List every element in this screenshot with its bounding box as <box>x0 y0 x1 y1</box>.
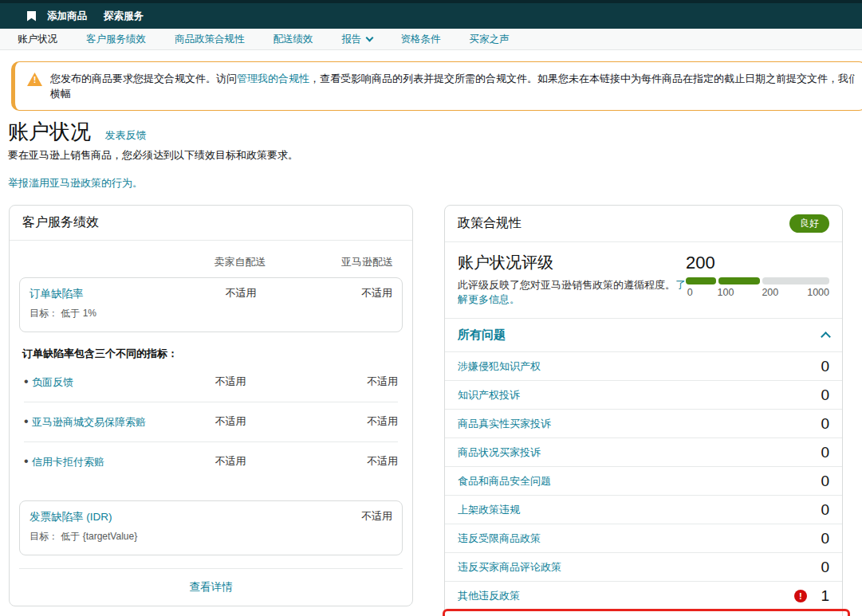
warning-icon: ! <box>27 73 42 86</box>
issue-link[interactable]: 违反受限商品政策 <box>458 532 541 546</box>
view-details-link[interactable]: 查看详情 <box>190 581 233 593</box>
banner-text-post: ，查看受影响商品的列表并提交所需的合规文件。如果您未在本链接中为每件商品在指定的… <box>309 73 855 84</box>
idr-value: 不适用 <box>269 509 392 524</box>
issue-link[interactable]: 违反买家商品评论政策 <box>458 560 561 575</box>
issue-count-wrap: 0 <box>813 386 829 404</box>
odr-target: 目标： 低于 1% <box>30 307 181 320</box>
issue-row-listing-policy: 上架政策违规 0 <box>445 495 842 524</box>
issue-count: 0 <box>813 358 829 375</box>
page-title: 账户状况 <box>8 118 91 146</box>
all-issues-header[interactable]: 所有问题 <box>445 318 842 351</box>
account-health-rating-section: 账户状况评级 此评级反映了您对亚马逊销售政策的遵循程度。了解更多信息。 200 … <box>445 242 842 318</box>
issue-count: 0 <box>813 501 829 519</box>
indicator-row-negative-feedback: 负面反馈 不适用 不适用 <box>24 363 398 402</box>
indicator-mfn-value: 不适用 <box>171 454 290 469</box>
bookmark-icon[interactable] <box>27 11 36 22</box>
odr-afn-value: 不适用 <box>301 286 392 300</box>
idr-metric-box: 发票缺陷率 (IDR) 目标： 低于 {targetValue} 不适用 <box>19 500 403 555</box>
customer-service-card: 客户服务绩效 卖家自配送 亚马逊配送 订单缺陷率 目标： 低于 1% 不适用 不… <box>9 205 413 606</box>
issue-count: 0 <box>813 415 829 433</box>
topnav-add-product[interactable]: 添加商品 <box>47 10 87 23</box>
column-header-mfn: 卖家自配送 <box>180 255 300 269</box>
tab-shipping-performance[interactable]: 配送绩效 <box>274 33 313 46</box>
issue-link[interactable]: 上架政策违规 <box>458 503 520 517</box>
tab-account-health[interactable]: 账户状况 <box>18 33 57 46</box>
rating-text-col: 账户状况评级 此评级反映了您对亚马逊销售政策的遵循程度。了解更多信息。 <box>458 252 686 307</box>
chargeback-claims-link[interactable]: 信用卡拒付索赔 <box>32 456 104 468</box>
indicator-mfn-value: 不适用 <box>171 375 290 389</box>
issue-row-ip-complaints: 知识产权投诉 0 <box>445 380 842 409</box>
manage-compliance-link[interactable]: 管理我的合规性 <box>237 73 309 84</box>
policy-compliance-card-header: 政策合规性 良好 <box>445 206 842 242</box>
indicator-afn-value: 不适用 <box>290 454 398 469</box>
policy-compliance-card-title: 政策合规性 <box>458 215 522 232</box>
issue-link[interactable]: 涉嫌侵犯知识产权 <box>458 359 541 374</box>
indicator-row-chargeback-claims: 信用卡拒付索赔 不适用 不适用 <box>24 441 398 481</box>
issue-count-wrap: 0 <box>813 444 829 461</box>
bar-segment-100-200 <box>718 277 760 284</box>
issue-link[interactable]: 商品状况买家投诉 <box>458 445 541 460</box>
column-header-afn: 亚马逊配送 <box>300 255 393 269</box>
issue-count-wrap: 0 <box>813 415 829 433</box>
bar-segment-0-100 <box>686 277 716 284</box>
tick-0: 0 <box>687 287 693 298</box>
rating-progress-bar <box>686 277 829 284</box>
odr-label-col: 订单缺陷率 目标： 低于 1% <box>30 286 181 320</box>
topnav-explore-services[interactable]: 探索服务 <box>104 10 144 23</box>
report-abuse-link[interactable]: 举报滥用亚马逊政策的行为。 <box>8 176 143 190</box>
issue-row-review-policy: 违反买家商品评论政策 0 <box>445 552 842 581</box>
issue-link[interactable]: 商品真实性买家投诉 <box>458 417 551 431</box>
tick-100: 100 <box>718 287 734 298</box>
issue-row-authenticity-complaints: 商品真实性买家投诉 0 <box>445 409 842 437</box>
health-status-badge: 良好 <box>789 214 829 233</box>
rating-description: 此评级反映了您对亚马逊销售政策的遵循程度。了解更多信息。 <box>458 278 686 307</box>
indicator-row-atoz-claims: 亚马逊商城交易保障索赔 不适用 不适用 <box>24 402 398 441</box>
issue-row-food-safety: 食品和商品安全问题 0 <box>445 466 842 495</box>
customer-service-card-body: 卖家自配送 亚马逊配送 订单缺陷率 目标： 低于 1% 不适用 不适用 订单缺陷… <box>10 241 412 606</box>
odr-link[interactable]: 订单缺陷率 <box>30 288 84 300</box>
issue-count-wrap: ! 1 <box>794 587 829 605</box>
policy-compliance-card: 政策合规性 良好 账户状况评级 此评级反映了您对亚马逊销售政策的遵循程度。了解更… <box>444 205 843 616</box>
tab-product-policy-compliance[interactable]: 商品政策合规性 <box>175 33 245 46</box>
alert-icon: ! <box>794 590 807 602</box>
details-row: 查看详情 <box>19 568 403 606</box>
tab-voice-of-customer[interactable]: 买家之声 <box>470 33 510 46</box>
indicator-label-col: 负面反馈 <box>24 375 171 390</box>
issue-count: 0 <box>813 559 829 576</box>
tab-customer-service[interactable]: 客户服务绩效 <box>86 33 146 46</box>
idr-link[interactable]: 发票缺陷率 (IDR) <box>30 511 112 523</box>
issue-count: 0 <box>813 444 829 461</box>
issue-link[interactable]: 知识产权投诉 <box>458 388 520 402</box>
issue-count-wrap: 0 <box>813 473 829 490</box>
issue-row-condition-complaints: 商品状况买家投诉 0 <box>445 437 842 466</box>
issue-row-restricted-products: 违反受限商品政策 0 <box>445 524 842 552</box>
customer-service-card-header: 客户服务绩效 <box>10 206 412 241</box>
negative-feedback-link[interactable]: 负面反馈 <box>32 376 73 388</box>
banner-line1: 您发布的商品要求您提交合规文件。访问管理我的合规性，查看受影响商品的列表并提交所… <box>50 71 855 86</box>
tick-200: 200 <box>762 287 778 298</box>
issue-link[interactable]: 其他违反政策 <box>458 589 520 603</box>
issue-count-wrap: 0 <box>813 559 829 576</box>
top-navbar: 添加商品 探索服务 <box>0 3 862 29</box>
issue-count: 0 <box>813 530 829 547</box>
rating-title: 账户状况评级 <box>458 252 686 273</box>
leave-feedback-link[interactable]: 发表反馈 <box>104 129 146 141</box>
rating-score: 200 <box>686 253 829 273</box>
issue-row-suspected-ip-infringement: 涉嫌侵犯知识产权 0 <box>445 351 842 380</box>
issue-row-other-policy-violations: 其他违反政策 ! 1 <box>445 581 842 610</box>
odr-metric-box: 订单缺陷率 目标： 低于 1% 不适用 不适用 <box>19 277 403 332</box>
issue-count-wrap: 0 <box>813 530 829 547</box>
rating-score-col: 200 0 100 200 1000 <box>686 252 829 307</box>
banner-text-pre: 您发布的商品要求您提交合规文件。访问 <box>50 73 237 84</box>
indicator-mfn-value: 不适用 <box>171 414 290 429</box>
atoz-claims-link[interactable]: 亚马逊商城交易保障索赔 <box>32 416 146 428</box>
tick-1000: 1000 <box>807 287 829 298</box>
tab-reports[interactable]: 报告 <box>342 33 372 46</box>
issue-count: 0 <box>813 473 829 490</box>
issue-link[interactable]: 食品和商品安全问题 <box>458 474 551 488</box>
issue-count-wrap: 0 <box>813 358 829 375</box>
odr-indicators-intro: 订单缺陷率包含三个不同的指标： <box>22 347 400 361</box>
tab-eligibility[interactable]: 资格条件 <box>401 33 441 46</box>
rating-scale-ticks: 0 100 200 1000 <box>686 287 829 300</box>
idr-label-col: 发票缺陷率 (IDR) 目标： 低于 {targetValue} <box>30 509 269 543</box>
